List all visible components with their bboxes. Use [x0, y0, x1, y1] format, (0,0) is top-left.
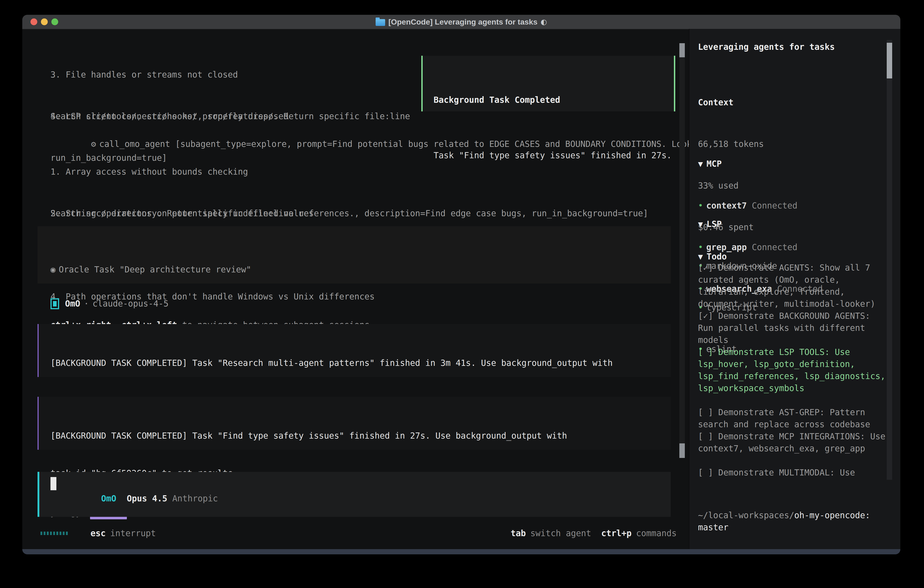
close-button[interactable] [30, 18, 37, 25]
record-icon: ◉ [51, 265, 56, 274]
agent-name: OmO [65, 299, 80, 309]
oracle-task-box: ◉Oracle Task "Deep architecture review" … [38, 226, 671, 284]
oracle-task-title: Oracle Task "Deep architecture review" [59, 265, 251, 274]
sidebar-scrollbar-thumb[interactable] [887, 43, 892, 78]
separator-dot: · [84, 299, 89, 309]
branch-name: master [698, 522, 728, 532]
notification-title: Background Task Completed [434, 93, 674, 107]
active-model-label: Opus 4.5 [127, 494, 167, 504]
window-title: [OpenCode] Leveraging agents for tasks [388, 18, 538, 26]
todo-list: [✓] Demonstrate AGENTS: Show all 7 curat… [698, 262, 888, 479]
active-agent-name: OmO [101, 494, 116, 504]
scrollback-line: 3. File handles or streams not closed [51, 68, 289, 82]
background-task-message: [BACKGROUND TASK COMPLETED] Task "Find t… [38, 397, 671, 450]
path-prefix: ~/local-workspaces/ [698, 510, 794, 520]
todo-item-pending: [ ] Demonstrate AST-GREP: Pattern search… [698, 406, 888, 430]
zoom-button[interactable] [51, 18, 58, 25]
notification-body: Task "Find type safety issues" finished … [434, 149, 674, 162]
context-header: Context [698, 96, 764, 109]
sidebar: Leveraging agents for tasks Context 66,5… [689, 29, 900, 549]
traffic-lights [30, 15, 58, 29]
agent-model: claude-opus-4-5 [92, 299, 168, 309]
status-right: tab switch agent ctrl+p commands [511, 529, 676, 538]
mcp-section-header[interactable]: ▼MCP [698, 157, 823, 171]
status-left: esc interrupt [40, 529, 156, 538]
agent-header: OmO · claude-opus-4-5 [51, 297, 168, 311]
task-message-line: [BACKGROUND TASK COMPLETED] Task "Find t… [51, 429, 671, 442]
search-line: Search src/ directory. Return specific f… [51, 206, 648, 220]
todo-item-done: [✓] Demonstrate AGENTS: Show all 7 curat… [698, 262, 888, 310]
model-row: OmOOpus 4.5Anthropic [51, 484, 218, 513]
ctrlp-key-hint: ctrl+p [601, 529, 632, 538]
background-task-message: [BACKGROUND TASK COMPLETED] Task "Resear… [38, 324, 671, 377]
folder-icon [376, 19, 385, 26]
todo-item-pending: [ ] Demonstrate MULTIMODAL: Use [698, 467, 888, 479]
chevron-down-icon: ▼ [698, 217, 703, 231]
repo-name: oh-my-opencode: [794, 510, 870, 520]
workspace-path: ~/local-workspaces/oh-my-opencode: maste… [698, 509, 888, 533]
scrollback-line: Search src/tools/, src/hooks/, src/featu… [51, 109, 410, 123]
main-scrollbar-thumb-top[interactable] [679, 43, 685, 57]
tab-key-hint: tab [511, 529, 526, 538]
window-title-group: [OpenCode] Leveraging agents for tasks ◐ [376, 18, 547, 26]
todo-item-active: [ ] Demonstrate LSP TOOLS: Use lsp_hover… [698, 346, 888, 394]
task-message-line: [BACKGROUND TASK COMPLETED] Task "Resear… [51, 357, 671, 369]
screenshot-root: [OpenCode] Leveraging agents for tasks ◐… [0, 0, 924, 588]
app-window: [OpenCode] Leveraging agents for tasks ◐… [22, 15, 900, 554]
session-title: Leveraging agents for tasks [698, 40, 835, 54]
main-scrollbar-thumb-bottom[interactable] [679, 443, 685, 458]
bug-list-item: 1. Array access without bounds checking [51, 165, 375, 179]
model-provider: Anthropic [172, 494, 218, 504]
status-bar: esc interrupt tab switch agent ctrl+p co… [40, 526, 676, 540]
todo-item-done: [✓] Demonstrate BACKGROUND AGENTS: Run p… [698, 310, 888, 346]
lsp-section-header[interactable]: ▼LSP [698, 217, 777, 231]
minimize-button[interactable] [41, 18, 48, 25]
ctrlp-key-label: commands [636, 529, 676, 538]
chevron-down-icon: ▼ [698, 157, 703, 171]
prompt-input[interactable]: OmOOpus 4.5Anthropic [38, 472, 671, 517]
tab-key-label: switch agent [530, 529, 591, 538]
spinner-dots-icon [40, 532, 68, 535]
oracle-task-title-line: ◉Oracle Task "Deep architecture review" [51, 263, 671, 276]
todo-item-pending: [ ] Demonstrate MCP INTEGRATIONS: Use co… [698, 430, 888, 454]
window-titlebar: [OpenCode] Leveraging agents for tasks ◐ [22, 15, 900, 29]
background-task-notification: Background Task Completed Task "Find typ… [421, 56, 675, 111]
esc-key-hint: esc [91, 529, 106, 538]
agent-square-icon [51, 298, 59, 309]
sidebar-scrollbar[interactable] [887, 40, 892, 480]
half-moon-icon: ◐ [541, 18, 547, 26]
esc-key-label: interrupt [110, 529, 156, 538]
main-scrollbar[interactable] [679, 43, 685, 458]
window-bottom-edge [22, 549, 900, 554]
